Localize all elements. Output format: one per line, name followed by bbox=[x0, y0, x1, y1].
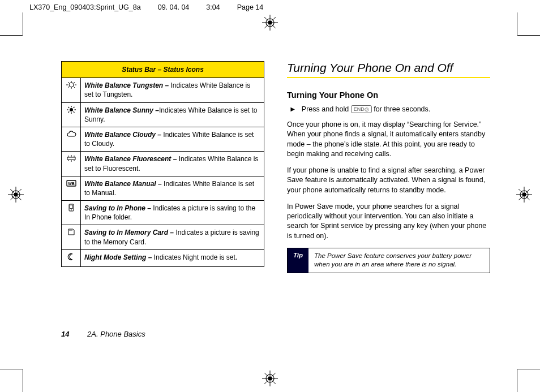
row-text: White Balance Manual – Indicates White B… bbox=[81, 176, 264, 200]
crop-mark bbox=[0, 369, 23, 369]
table-row: Saving to In Memory Card – Indicates a p… bbox=[62, 225, 264, 249]
crop-mark bbox=[517, 35, 540, 36]
svg-line-38 bbox=[68, 107, 69, 108]
svg-text:WB: WB bbox=[68, 182, 75, 186]
svg-point-53 bbox=[71, 209, 72, 210]
step-press-hold: ► Press and hold END◎ for three seconds. bbox=[287, 105, 490, 113]
row-text: Saving to In Memory Card – Indicates a p… bbox=[81, 225, 264, 249]
section-heading: Turning Your Phone On and Off bbox=[287, 61, 490, 78]
table-row: Night Mode Setting – Indicates Night mod… bbox=[62, 249, 264, 266]
tip-label: Tip bbox=[288, 248, 308, 273]
job-page: Page 14 bbox=[237, 3, 264, 11]
svg-line-31 bbox=[74, 82, 75, 83]
table-body: White Balance Tungsten – Indicates White… bbox=[62, 78, 264, 267]
row-text: White Balance Sunny –Indicates White Bal… bbox=[81, 102, 264, 127]
svg-line-39 bbox=[73, 111, 74, 113]
table-row: White Balance Cloudy – Indicates White B… bbox=[62, 127, 264, 151]
row-text: White Balance Cloudy – Indicates White B… bbox=[81, 127, 264, 151]
crop-mark bbox=[23, 12, 23, 35]
step-text-b: for three seconds. bbox=[374, 105, 430, 113]
svg-point-33 bbox=[70, 108, 73, 111]
wb-fluorescent-icon bbox=[62, 152, 81, 176]
svg-line-29 bbox=[68, 82, 69, 83]
table-row: White Balance Tungsten – Indicates White… bbox=[62, 78, 264, 102]
table-header: Status Bar – Status Icons bbox=[62, 62, 264, 78]
subheading-turn-on: Turning Your Phone On bbox=[287, 91, 490, 100]
table-row: White Balance Fluorescent – Indicates Wh… bbox=[62, 152, 264, 176]
crop-mark bbox=[517, 369, 517, 392]
svg-point-24 bbox=[69, 83, 74, 87]
svg-line-41 bbox=[68, 111, 69, 113]
status-icons-table: Status Bar – Status Icons White Balance … bbox=[61, 61, 264, 267]
left-column: Status Bar – Status Icons White Balance … bbox=[61, 61, 264, 327]
job-time: 3:04 bbox=[206, 3, 220, 11]
night-mode-icon bbox=[62, 249, 81, 266]
paragraph: If your phone is unable to find a signal… bbox=[287, 166, 490, 195]
job-file: LX370_Eng_090403:Sprint_UG_8a bbox=[29, 3, 141, 11]
svg-line-32 bbox=[68, 87, 69, 88]
table-row: WB White Balance Manual – Indicates Whit… bbox=[62, 176, 264, 200]
paragraph: Once your phone is on, it may display “S… bbox=[287, 120, 490, 159]
crop-mark bbox=[0, 35, 23, 36]
svg-rect-42 bbox=[67, 157, 75, 160]
page-number: 14 bbox=[61, 330, 69, 338]
end-key-icon: END◎ bbox=[351, 105, 372, 113]
paragraph: In Power Save mode, your phone searches … bbox=[287, 202, 490, 241]
row-text: White Balance Tungsten – Indicates White… bbox=[81, 78, 264, 102]
print-job-slug: LX370_Eng_090403:Sprint_UG_8a 09. 04. 04… bbox=[29, 3, 512, 11]
svg-line-40 bbox=[73, 107, 74, 108]
registration-mark-icon bbox=[516, 187, 532, 203]
row-text: White Balance Fluorescent – Indicates Wh… bbox=[81, 152, 264, 176]
step-text-a: Press and hold bbox=[302, 105, 351, 113]
save-memcard-icon bbox=[62, 225, 81, 249]
table-row: Saving to In Phone – Indicates a picture… bbox=[62, 201, 264, 225]
content-area: Status Bar – Status Icons White Balance … bbox=[61, 61, 490, 327]
tip-text: The Power Save feature conserves your ba… bbox=[308, 248, 490, 273]
registration-mark-icon bbox=[8, 187, 24, 203]
table-row: White Balance Sunny –Indicates White Bal… bbox=[62, 102, 264, 127]
wb-tungsten-icon bbox=[62, 78, 81, 102]
wb-cloudy-icon bbox=[62, 127, 81, 151]
row-text: Saving to In Phone – Indicates a picture… bbox=[81, 201, 264, 225]
svg-rect-52 bbox=[70, 205, 72, 209]
crop-mark bbox=[517, 369, 540, 369]
right-column: Turning Your Phone On and Off Turning Yo… bbox=[287, 61, 490, 327]
page-footer: 14 2A. Phone Basics bbox=[61, 330, 145, 338]
save-phone-icon bbox=[62, 201, 81, 225]
wb-sunny-icon bbox=[62, 102, 81, 127]
manual-page: LX370_Eng_090403:Sprint_UG_8a 09. 04. 04… bbox=[0, 0, 540, 392]
svg-line-30 bbox=[74, 87, 75, 88]
wb-manual-icon: WB bbox=[62, 176, 81, 200]
registration-mark-icon bbox=[262, 371, 278, 386]
crop-mark bbox=[517, 12, 517, 35]
crop-mark bbox=[23, 369, 23, 392]
tip-callout: Tip The Power Save feature conserves you… bbox=[287, 248, 490, 273]
triangle-bullet-icon: ► bbox=[289, 105, 296, 113]
registration-mark-icon bbox=[262, 15, 278, 31]
job-date: 09. 04. 04 bbox=[158, 3, 190, 11]
row-text: Night Mode Setting – Indicates Night mod… bbox=[81, 249, 264, 266]
footer-section: 2A. Phone Basics bbox=[87, 330, 145, 338]
